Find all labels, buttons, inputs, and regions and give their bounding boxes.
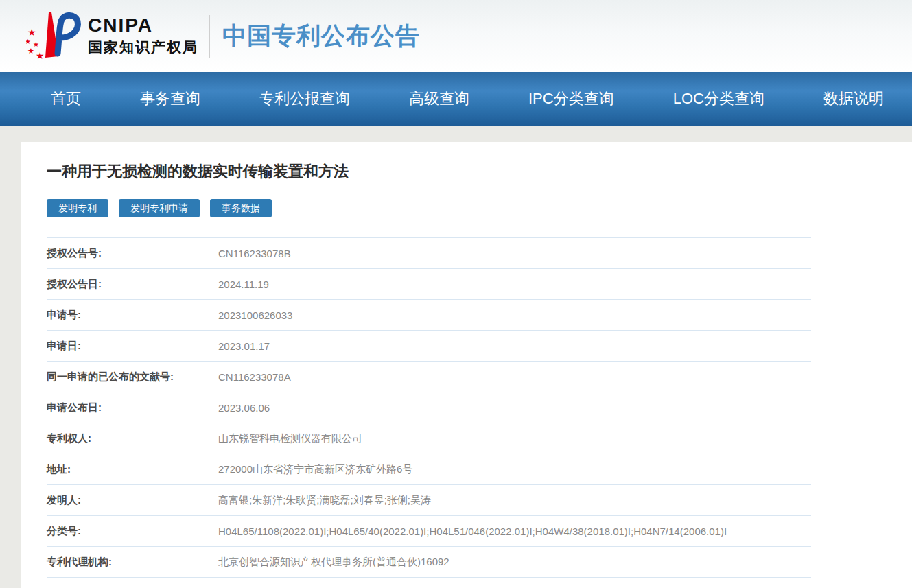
nav-item-data-notes[interactable]: 数据说明 (823, 89, 884, 109)
row-same-application-published-document: 同一申请的已公布的文献号: CN116233078A (47, 362, 811, 392)
field-value: 2023100626033 (218, 300, 811, 331)
field-value: 272000山东省济宁市高新区济东矿外路6号 (218, 454, 811, 485)
field-value: CN116233078A (218, 362, 811, 392)
field-value: 山东锐智科电检测仪器有限公司 (218, 423, 811, 454)
row-grant-publication-number: 授权公告号: CN116233078B (47, 238, 811, 269)
content-area: 一种用于无损检测的数据实时传输装置和方法 发明专利 发明专利申请 事务数据 授权… (0, 126, 912, 588)
row-patent-agency: 专利代理机构: 北京创智合源知识产权代理事务所(普通合伙)16092 (47, 547, 811, 578)
field-label: 申请公布日: (47, 392, 218, 423)
patent-title: 一种用于无损检测的数据实时传输装置和方法 (47, 163, 912, 180)
nav-item-ipc-query[interactable]: IPC分类查询 (528, 89, 614, 109)
field-value: 高富银;朱新洋;朱耿贤;满晓磊;刘春昱;张俐;吴涛 (218, 485, 811, 516)
cnipa-logo-icon: ★ ★ ★ ★ ★ (26, 8, 85, 64)
logo-blue-p (58, 15, 78, 54)
row-address: 地址: 272000山东省济宁市高新区济东矿外路6号 (47, 454, 811, 485)
logo-text: CNIPA 国家知识产权局 (88, 15, 198, 57)
field-value: CN116233078B (218, 238, 811, 269)
row-classification-number: 分类号: H04L65/1108(2022.01)I;H04L65/40(202… (47, 516, 811, 547)
field-label: 专利权人: (47, 423, 218, 454)
tag-invention-patent[interactable]: 发明专利 (47, 199, 108, 217)
tag-transaction-data[interactable]: 事务数据 (210, 199, 272, 217)
field-value: 2024.11.19 (218, 269, 811, 300)
row-application-number: 申请号: 2023100626033 (47, 300, 811, 331)
field-value: 北京创智合源知识产权代理事务所(普通合伙)16092 (218, 547, 811, 578)
row-inventors: 发明人: 高富银;朱新洋;朱耿贤;满晓磊;刘春昱;张俐;吴涛 (47, 485, 811, 516)
logo-cn: 国家知识产权局 (88, 38, 198, 57)
tag-row: 发明专利 发明专利申请 事务数据 (47, 199, 912, 217)
row-grant-publication-date: 授权公告日: 2024.11.19 (47, 269, 811, 300)
site-header: ★ ★ ★ ★ ★ CNIPA 国家知识产权局 中国专利公布公告 (0, 0, 912, 72)
field-value: H04L65/1108(2022.01)I;H04L65/40(2022.01)… (218, 516, 811, 547)
field-label: 申请号: (47, 300, 218, 331)
field-label: 分类号: (47, 516, 218, 547)
main-nav: 首页 事务查询 专利公报查询 高级查询 IPC分类查询 LOC分类查询 数据说明 (0, 72, 912, 126)
row-application-date: 申请日: 2023.01.17 (47, 331, 811, 362)
nav-item-transaction-query[interactable]: 事务查询 (140, 89, 200, 109)
nav-item-home[interactable]: 首页 (51, 89, 81, 109)
patent-detail-card: 一种用于无损检测的数据实时传输装置和方法 发明专利 发明专利申请 事务数据 授权… (21, 142, 912, 588)
star-icon: ★ (27, 47, 34, 55)
patent-fields-table: 授权公告号: CN116233078B 授权公告日: 2024.11.19 申请… (47, 237, 811, 578)
field-label: 地址: (47, 454, 218, 485)
tag-invention-application[interactable]: 发明专利申请 (119, 199, 200, 217)
header-divider (209, 15, 210, 58)
field-label: 授权公告号: (47, 238, 218, 269)
star-icon: ★ (27, 27, 36, 38)
field-value: 2023.06.06 (218, 392, 811, 423)
site-title: 中国专利公布公告 (222, 20, 420, 52)
logo-en: CNIPA (88, 15, 198, 36)
field-label: 同一申请的已公布的文献号: (47, 362, 218, 392)
nav-item-loc-query[interactable]: LOC分类查询 (673, 89, 764, 109)
field-label: 申请日: (47, 331, 218, 362)
star-icon: ★ (26, 38, 31, 45)
star-icon: ★ (36, 50, 45, 61)
nav-item-advanced-query[interactable]: 高级查询 (409, 89, 469, 109)
row-application-publication-date: 申请公布日: 2023.06.06 (47, 392, 811, 423)
field-value: 2023.01.17 (218, 331, 811, 362)
field-label: 发明人: (47, 485, 218, 516)
field-label: 授权公告日: (47, 269, 218, 300)
row-patentee: 专利权人: 山东锐智科电检测仪器有限公司 (47, 423, 811, 454)
nav-item-gazette-query[interactable]: 专利公报查询 (259, 89, 350, 109)
field-label: 专利代理机构: (47, 547, 218, 578)
